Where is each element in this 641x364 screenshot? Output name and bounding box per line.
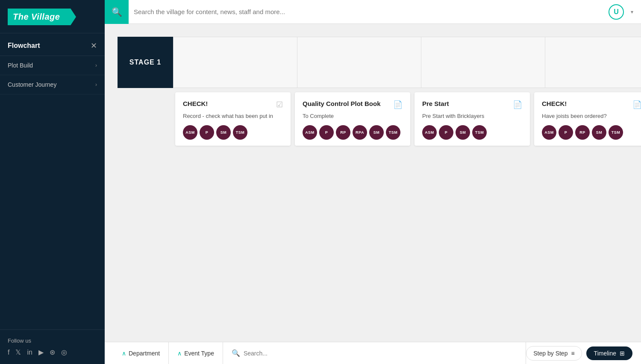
bottom-search-input[interactable] [244, 350, 517, 357]
social-icons: f 𝕏 in ▶ ⊛ ◎ [8, 348, 97, 356]
sidebar: The Village Flowchart ✕ Plot Build › Cus… [0, 0, 105, 364]
card-1-header: CHECK! ☑ [183, 100, 283, 109]
main-area: 🔍 U ▾ STAGE 1 [105, 0, 641, 364]
avatar-asm: ASM [422, 125, 437, 140]
card-4-subtitle: Have joists been ordered? [542, 113, 641, 119]
avatar-tsm: TSM [386, 125, 400, 140]
timeline-label: Timeline [594, 350, 616, 357]
stage-row: STAGE 1 [118, 37, 628, 88]
avatar-rpa: RPA [353, 125, 367, 140]
card-3[interactable]: Pre Start 📄 Pre Start with Bricklayers A… [415, 92, 530, 146]
chevron-up-icon: ∧ [122, 350, 126, 357]
sidebar-section-header: Flowchart ✕ [0, 33, 105, 56]
search-icon-box: 🔍 [105, 0, 129, 24]
logo-text: The Village [13, 12, 60, 22]
list-icon: ≡ [571, 350, 574, 357]
checklist-icon: ☑ [276, 100, 283, 109]
linkedin-icon[interactable]: in [27, 349, 32, 356]
card-1-avatars: ASM P SM TSM [183, 125, 283, 140]
card-3-title: Pre Start [422, 100, 449, 107]
facebook-icon[interactable]: f [8, 349, 9, 356]
stage-swimlane [173, 37, 641, 88]
card-2[interactable]: Quality Control Plot Book 📄 To Complete … [295, 92, 410, 146]
card-1[interactable]: CHECK! ☑ Record - check what has been pu… [175, 92, 291, 146]
avatar-p: P [439, 125, 453, 140]
card-2-avatars: ASM P RP RPA SM TSM [303, 125, 403, 140]
card-4-title: CHECK! [542, 100, 567, 107]
card-3-avatars: ASM P SM TSM [422, 125, 522, 140]
card-4-header: CHECK! 📄 [542, 100, 641, 109]
bottom-search-icon: 🔍 [232, 349, 240, 357]
avatar-sm: SM [592, 125, 606, 140]
sidebar-item-label: Customer Journey [8, 81, 56, 88]
event-type-label: Event Type [184, 350, 214, 357]
sidebar-follow: Follow us f 𝕏 in ▶ ⊛ ◎ [0, 329, 105, 364]
sidebar-nav: Plot Build › Customer Journey › [0, 56, 105, 329]
stage-label: STAGE 1 [118, 37, 173, 88]
cards-row: CHECK! ☑ Record - check what has been pu… [118, 92, 628, 146]
event-type-filter[interactable]: ∧ Event Type [169, 342, 223, 364]
search-icon: 🔍 [112, 7, 122, 17]
avatar-p: P [559, 125, 573, 140]
avatar-p: P [200, 125, 214, 140]
department-label: Department [129, 350, 160, 357]
user-avatar[interactable]: U [609, 4, 624, 20]
avatar-sm: SM [369, 125, 384, 140]
swimlane-cell-1 [173, 37, 297, 88]
card-3-subtitle: Pre Start with Bricklayers [422, 113, 522, 119]
chevron-right-icon: › [95, 62, 97, 68]
chevron-up-icon: ∧ [177, 350, 182, 357]
card-4-avatars: ASM P RP SM TSM [542, 125, 641, 140]
sidebar-item-plot-build[interactable]: Plot Build › [0, 56, 105, 75]
card-1-subtitle: Record - check what has been put in [183, 113, 283, 119]
twitter-icon[interactable]: 𝕏 [15, 348, 21, 356]
document-icon: 📄 [632, 100, 641, 109]
avatar-rp: RP [336, 125, 350, 140]
swimlane-cell-4 [545, 37, 641, 88]
close-icon[interactable]: ✕ [91, 41, 97, 50]
card-2-title: Quality Control Plot Book [303, 100, 381, 107]
bottom-actions: Step by Step ≡ Timeline ⊞ [526, 346, 632, 361]
avatar-asm: ASM [183, 125, 197, 140]
cards-container: CHECK! ☑ Record - check what has been pu… [173, 92, 641, 146]
avatar-rp: RP [575, 125, 590, 140]
youtube-icon[interactable]: ▶ [38, 348, 44, 356]
sidebar-item-label: Plot Build [8, 62, 33, 69]
card-3-header: Pre Start 📄 [422, 100, 522, 109]
content-area: STAGE 1 CHECK! ☑ [105, 24, 641, 361]
topbar: 🔍 U ▾ [105, 0, 641, 24]
pinterest-icon[interactable]: ⊛ [50, 348, 55, 356]
document-icon: 📄 [513, 100, 522, 109]
avatar-sm: SM [216, 125, 231, 140]
step-by-step-button[interactable]: Step by Step ≡ [526, 346, 582, 361]
avatar-sm: SM [456, 125, 470, 140]
sidebar-section-title: Flowchart [8, 42, 40, 50]
card-2-subtitle: To Complete [303, 113, 403, 119]
sidebar-item-customer-journey[interactable]: Customer Journey › [0, 75, 105, 94]
bottom-bar: ∧ Department ∧ Event Type 🔍 Step by Step… [105, 342, 641, 364]
avatar-tsm: TSM [609, 125, 623, 140]
document-icon: 📄 [393, 100, 403, 109]
grid-icon: ⊞ [620, 350, 625, 357]
follow-label: Follow us [8, 338, 97, 344]
step-by-step-label: Step by Step [533, 350, 567, 357]
swimlane-cell-3 [421, 37, 545, 88]
instagram-icon[interactable]: ◎ [61, 348, 67, 356]
swimlane-cell-2 [297, 37, 421, 88]
logo-box[interactable]: The Village [8, 9, 76, 25]
avatar-tsm: TSM [233, 125, 247, 140]
sidebar-logo: The Village [0, 0, 105, 33]
user-dropdown-chevron[interactable]: ▾ [631, 9, 633, 15]
bottom-search-box: 🔍 [223, 342, 526, 364]
card-2-header: Quality Control Plot Book 📄 [303, 100, 403, 109]
card-1-title: CHECK! [183, 100, 208, 107]
avatar-tsm: TSM [472, 125, 487, 140]
avatar-p: P [319, 125, 334, 140]
avatar-asm: ASM [542, 125, 556, 140]
user-initial: U [614, 8, 619, 16]
cards-spacer [118, 92, 173, 146]
timeline-button[interactable]: Timeline ⊞ [586, 346, 632, 360]
search-input[interactable] [134, 8, 603, 15]
department-filter[interactable]: ∧ Department [113, 342, 169, 364]
card-4[interactable]: CHECK! 📄 Have joists been ordered? ASM P… [534, 92, 641, 146]
